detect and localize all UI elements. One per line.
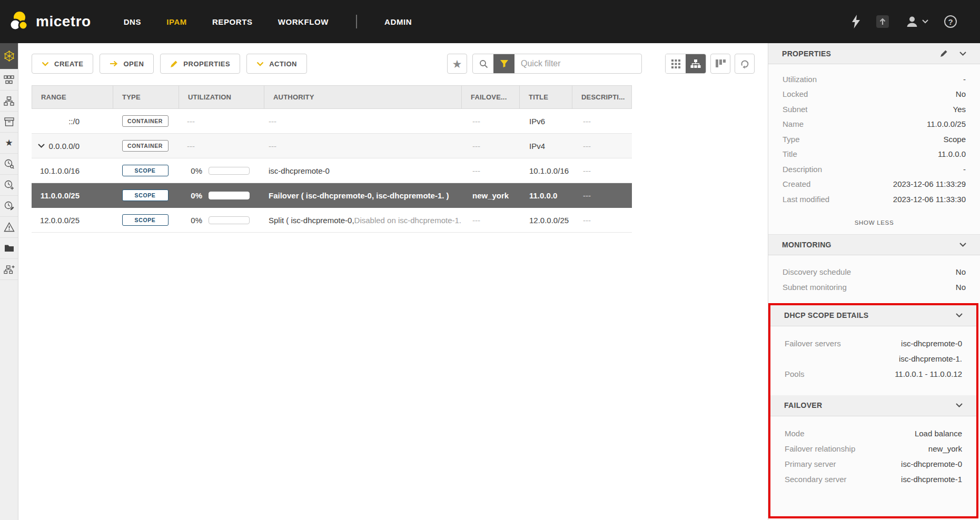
monitoring-section-title: MONITORING bbox=[782, 241, 831, 249]
utilization-cell: --- bbox=[178, 117, 263, 126]
sidebar-spacer bbox=[0, 280, 18, 520]
description-cell: --- bbox=[571, 191, 632, 200]
quick-filter-input[interactable] bbox=[514, 59, 641, 68]
properties-button[interactable]: PROPERTIES bbox=[160, 54, 240, 74]
brand-logo[interactable]: micetro bbox=[0, 11, 91, 33]
authority-cell: --- bbox=[263, 142, 461, 151]
nav-admin[interactable]: ADMIN bbox=[384, 17, 412, 26]
failover-section-title: FAILOVER bbox=[784, 401, 822, 409]
column-header-utilization[interactable]: UTILIZATION bbox=[179, 86, 264, 108]
open-button-label: OPEN bbox=[123, 60, 144, 68]
sidebar-item-history-add[interactable] bbox=[0, 175, 18, 196]
table-row[interactable]: 0.0.0.0/0 CONTAINER --- --- --- IPv4 --- bbox=[32, 134, 632, 158]
quick-filter-box bbox=[472, 54, 642, 74]
main-content: CREATE OPEN PROPERTIES ACTION bbox=[18, 43, 768, 520]
show-less-button[interactable]: SHOW LESS bbox=[768, 207, 980, 234]
sidebar-item-hierarchy[interactable] bbox=[0, 91, 18, 112]
range-table: RANGE TYPE UTILIZATION AUTHORITY FAILOVE… bbox=[32, 85, 632, 233]
micetro-logo-icon bbox=[8, 11, 31, 33]
refresh-icon[interactable] bbox=[735, 54, 755, 74]
column-header-failover[interactable]: FAILOVE... bbox=[461, 86, 519, 108]
utilization-bar bbox=[209, 167, 250, 175]
arrow-right-icon bbox=[110, 61, 118, 67]
topbar-actions: ? bbox=[852, 15, 980, 28]
sidebar-item-favorites[interactable]: ★ bbox=[0, 133, 18, 154]
column-header-description[interactable]: DESCRIPTI... bbox=[572, 86, 632, 108]
network-icon bbox=[4, 51, 15, 62]
sidebar-item-folders[interactable] bbox=[0, 238, 18, 259]
expand-chevron-icon[interactable] bbox=[38, 144, 45, 148]
type-badge: CONTAINER bbox=[122, 115, 169, 127]
collapse-chevron-icon[interactable] bbox=[956, 313, 963, 317]
table-row-selected[interactable]: 11.0.0.0/25 SCOPE 0% Failover ( isc-dhcp… bbox=[32, 183, 632, 208]
sidebar-item-blocks[interactable] bbox=[0, 69, 18, 91]
sidebar-item-history-search[interactable] bbox=[0, 154, 18, 175]
range-cell: ::/0 bbox=[32, 117, 112, 126]
create-button[interactable]: CREATE bbox=[32, 54, 93, 74]
authority-cell: Split ( isc-dhcpremote-0, Disabled on is… bbox=[263, 216, 461, 225]
collapse-chevron-icon[interactable] bbox=[956, 403, 963, 407]
toolbar: CREATE OPEN PROPERTIES ACTION bbox=[32, 54, 755, 74]
open-button[interactable]: OPEN bbox=[100, 54, 154, 74]
collapse-chevron-icon[interactable] bbox=[959, 52, 966, 56]
title-cell: IPv6 bbox=[519, 117, 571, 126]
utilization-bar bbox=[209, 216, 250, 224]
star-icon: ★ bbox=[452, 58, 462, 69]
grid-view-icon[interactable] bbox=[666, 54, 686, 73]
help-icon[interactable]: ? bbox=[944, 15, 957, 28]
edit-pencil-icon[interactable] bbox=[940, 49, 948, 57]
create-button-label: CREATE bbox=[54, 60, 83, 68]
action-button[interactable]: ACTION bbox=[246, 54, 307, 74]
tree-view-icon[interactable] bbox=[686, 54, 706, 73]
properties-panel: PROPERTIES Utilization- LockedNo SubnetY… bbox=[768, 43, 980, 520]
properties-rows: Utilization- LockedNo SubnetYes Name11.0… bbox=[768, 64, 980, 207]
sidebar-item-history-edit[interactable] bbox=[0, 196, 18, 217]
archive-icon bbox=[4, 117, 14, 126]
failover-cell: --- bbox=[461, 142, 519, 151]
history-add-icon bbox=[4, 180, 14, 190]
chevron-down-icon bbox=[42, 62, 49, 66]
properties-section-header: PROPERTIES bbox=[768, 43, 980, 64]
lightning-icon[interactable] bbox=[852, 15, 860, 28]
nav-reports[interactable]: REPORTS bbox=[212, 17, 253, 26]
description-cell: --- bbox=[571, 166, 632, 175]
range-cell: 10.1.0.0/16 bbox=[32, 166, 112, 175]
top-navbar: micetro DNS IPAM REPORTS WORKFLOW ADMIN bbox=[0, 0, 980, 43]
history-edit-icon bbox=[4, 201, 14, 211]
column-header-title[interactable]: TITLE bbox=[519, 86, 572, 108]
table-row[interactable]: 12.0.0.0/25 SCOPE 0% Split ( isc-dhcprem… bbox=[32, 208, 632, 233]
sidebar-item-ipam-ranges[interactable] bbox=[0, 43, 18, 69]
sidebar-item-alerts[interactable] bbox=[0, 217, 18, 238]
favorite-button[interactable]: ★ bbox=[447, 54, 467, 74]
left-sidebar: ★ bbox=[0, 43, 18, 520]
authority-cell: --- bbox=[263, 117, 461, 126]
title-cell: 12.0.0.0/25 bbox=[519, 216, 571, 225]
nav-ipam[interactable]: IPAM bbox=[166, 17, 187, 26]
failover-cell: --- bbox=[461, 166, 519, 175]
range-cell: 0.0.0.0/0 bbox=[32, 142, 112, 151]
brand-name: micetro bbox=[36, 13, 91, 30]
sidebar-item-add-hierarchy[interactable] bbox=[0, 259, 18, 280]
table-row[interactable]: ::/0 CONTAINER --- --- --- IPv6 --- bbox=[32, 109, 632, 134]
nav-workflow[interactable]: WORKFLOW bbox=[278, 17, 329, 26]
collapse-chevron-icon[interactable] bbox=[959, 243, 966, 247]
table-row[interactable]: 10.1.0.0/16 SCOPE 0% isc-dhcpremote-0 --… bbox=[32, 158, 632, 183]
description-cell: --- bbox=[571, 216, 632, 225]
column-header-range[interactable]: RANGE bbox=[32, 86, 113, 108]
sidebar-item-archive[interactable] bbox=[0, 112, 18, 133]
authority-cell: isc-dhcpremote-0 bbox=[263, 166, 461, 175]
monitoring-rows: Discovery scheduleNo Subnet monitoringNo bbox=[768, 255, 980, 295]
nav-dns[interactable]: DNS bbox=[124, 17, 141, 26]
kanban-view-icon[interactable] bbox=[710, 54, 730, 74]
snapshot-icon[interactable] bbox=[876, 15, 889, 28]
type-badge: CONTAINER bbox=[122, 140, 169, 152]
column-header-type[interactable]: TYPE bbox=[113, 86, 179, 108]
funnel-icon[interactable] bbox=[493, 54, 514, 74]
properties-section-title: PROPERTIES bbox=[782, 49, 831, 58]
type-badge: SCOPE bbox=[122, 189, 169, 201]
title-cell: 11.0.0.0 bbox=[519, 191, 571, 200]
column-header-authority[interactable]: AUTHORITY bbox=[264, 86, 461, 108]
view-toggle-group bbox=[665, 54, 706, 74]
user-menu[interactable] bbox=[905, 15, 928, 28]
description-cell: --- bbox=[571, 142, 632, 151]
